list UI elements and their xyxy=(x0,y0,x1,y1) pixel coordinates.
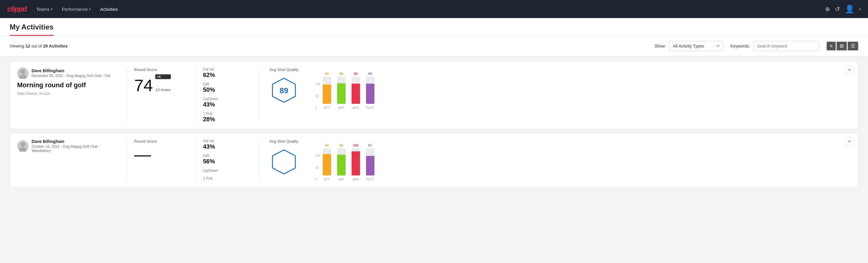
chart-bar-group: 89 ARG xyxy=(351,72,360,110)
activities-list: Dave Billingham December 05, 2021 - Gog … xyxy=(0,56,868,192)
bar-value: 89 xyxy=(354,72,358,76)
bar-x-label: APP xyxy=(338,178,344,181)
stat-value: 62% xyxy=(203,71,251,79)
activity-card: Dave Billingham October 16, 2021 - Gog M… xyxy=(10,133,858,187)
score-number: 74 xyxy=(134,77,153,94)
stat-value: 28% xyxy=(203,116,251,123)
chart-bar-group: 94 OTT xyxy=(323,144,331,181)
user-date: October 16, 2021 - Gog Magog Golf Club -… xyxy=(32,144,119,153)
nav-item-activities[interactable]: Activities xyxy=(100,7,118,12)
compact-view-btn[interactable]: ☰ xyxy=(847,41,858,51)
bar-x-label: PUTT xyxy=(366,106,374,110)
svg-point-1 xyxy=(19,75,27,79)
round-score-section: Round Score — xyxy=(134,139,188,163)
bar-x-label: ARG xyxy=(352,178,359,181)
page-header: My Activities xyxy=(0,18,868,36)
svg-point-4 xyxy=(21,142,25,147)
bar-x-label: ARG xyxy=(352,106,359,110)
bar-x-label: PUTT xyxy=(366,178,374,181)
navbar-right: ⊕ ↺ 👤 ▾ xyxy=(825,4,861,14)
bar-value: 94 xyxy=(325,144,329,147)
activity-type-select[interactable]: All Activity Types xyxy=(669,41,723,51)
edit-button[interactable]: ✏ xyxy=(845,137,855,146)
app-logo[interactable]: clippd xyxy=(7,5,27,13)
card-user: Dave Billingham December 05, 2021 - Gog … xyxy=(17,67,119,79)
y-label-0: 0 xyxy=(315,178,320,181)
viewing-count: 12 xyxy=(26,43,30,49)
stat-label: Up/Down xyxy=(203,97,251,101)
stat-row: 1 Putt 28% xyxy=(203,112,251,123)
chart-section: 100 50 0 85 OTT 90 APP xyxy=(309,67,851,110)
stats-section: FW Hit 43% GIR 56% Up/Down 1 Putt xyxy=(203,139,251,180)
list-view-btn[interactable]: ≡ xyxy=(827,41,836,51)
bar-value: 87 xyxy=(368,144,372,147)
stat-row: GIR 56% xyxy=(203,154,251,165)
chart-bar-group: 85 OTT xyxy=(323,72,331,110)
chevron-down-icon: ▾ xyxy=(89,7,91,11)
bar-value: 85 xyxy=(325,72,329,76)
user-name: Dave Billingham xyxy=(32,139,119,144)
stat-value: 43% xyxy=(203,101,251,108)
user-avatar-icon[interactable]: 👤 xyxy=(845,4,855,14)
page-title: My Activities xyxy=(10,23,54,36)
search-input[interactable] xyxy=(753,41,819,51)
y-label-100: 100 xyxy=(315,154,320,157)
stat-label: 1 Putt xyxy=(203,176,251,180)
stats-section: FW Hit 62% GIR 50% Up/Down 43% 1 Putt 28… xyxy=(203,67,251,123)
svg-point-5 xyxy=(19,147,27,152)
hexagon-svg: 89 xyxy=(270,77,298,104)
round-score-label: Round Score xyxy=(134,139,188,144)
divider xyxy=(258,139,259,181)
stat-label: GIR xyxy=(203,82,251,86)
shot-quality-section: Avg Shot Quality 89 xyxy=(266,67,302,105)
stat-label: GIR xyxy=(203,154,251,158)
round-score-label: Round Score xyxy=(134,67,188,72)
svg-point-0 xyxy=(21,69,25,74)
toolbar: Viewing 12 out of 29 Activities Show: Al… xyxy=(0,36,868,56)
show-label: Show: xyxy=(654,43,666,49)
show-section: Show: All Activity Types xyxy=(654,41,723,51)
nav-item-teams[interactable]: Teams ▾ xyxy=(36,7,52,12)
avatar xyxy=(17,67,29,79)
navbar: clippd Teams ▾ Performance ▾ Activities … xyxy=(0,0,868,18)
round-score-section: Round Score 74 +4 18 Holes xyxy=(134,67,188,94)
keywords-label: Keywords: xyxy=(730,43,750,49)
score-display: — xyxy=(134,146,188,163)
score-number: — xyxy=(134,146,151,163)
stat-row: Up/Down xyxy=(203,169,251,173)
view-toggles: ≡ ⊞ ☰ xyxy=(827,41,858,51)
bar-x-label: OTT xyxy=(324,106,330,110)
divider xyxy=(195,139,196,181)
card-left: Dave Billingham December 05, 2021 - Gog … xyxy=(17,67,119,96)
stat-label: FW Hit xyxy=(203,67,251,71)
navbar-left: clippd Teams ▾ Performance ▾ Activities xyxy=(7,5,118,13)
add-circle-icon[interactable]: ⊕ xyxy=(825,5,830,12)
y-label-50: 50 xyxy=(315,166,320,169)
stat-label: FW Hit xyxy=(203,139,251,143)
stat-row: 1 Putt xyxy=(203,176,251,180)
hexagon-container: 89 xyxy=(270,77,298,105)
stat-row: Up/Down 43% xyxy=(203,97,251,108)
bar-value: 90 xyxy=(340,72,343,76)
bar-value: 106 xyxy=(353,144,359,147)
stat-value: 50% xyxy=(203,86,251,93)
viewing-label: Activities xyxy=(49,43,68,49)
refresh-icon[interactable]: ↺ xyxy=(835,5,840,12)
divider xyxy=(195,67,196,123)
shot-quality-label: Avg Shot Quality xyxy=(270,139,299,144)
stat-label: 1 Putt xyxy=(203,112,251,116)
score-display: 74 +4 18 Holes xyxy=(134,74,188,94)
stat-value: 56% xyxy=(203,158,251,165)
grid-view-btn[interactable]: ⊞ xyxy=(836,41,847,51)
y-label-50: 50 xyxy=(315,94,320,98)
divider xyxy=(127,67,127,123)
chart-section: 100 50 0 94 OTT 92 APP xyxy=(309,139,851,181)
stat-row: FW Hit 43% xyxy=(203,139,251,150)
card-user: Dave Billingham October 16, 2021 - Gog M… xyxy=(17,139,119,153)
user-menu-chevron[interactable]: ▾ xyxy=(859,7,861,11)
stat-value: 43% xyxy=(203,143,251,150)
hexagon-container xyxy=(270,148,298,177)
nav-item-performance[interactable]: Performance ▾ xyxy=(62,7,91,12)
chart-bar-group: 87 PUTT xyxy=(366,144,374,181)
edit-button[interactable]: ✏ xyxy=(845,65,855,75)
